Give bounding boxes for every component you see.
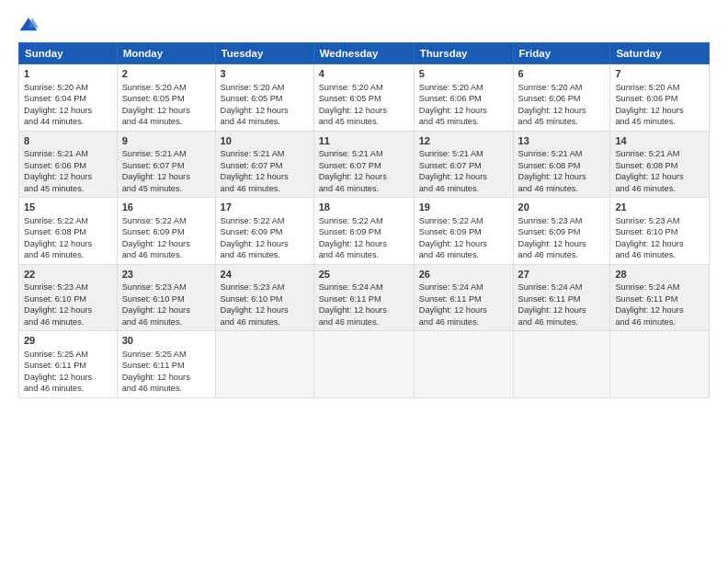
calendar-cell: 28Sunrise: 5:24 AMSunset: 6:11 PMDayligh… bbox=[610, 264, 710, 331]
sunset-label: Sunset: 6:05 PM bbox=[221, 94, 283, 103]
daylight-label: Daylight: 12 hours bbox=[615, 172, 683, 181]
daylight-minutes: and 46 minutes. bbox=[518, 184, 578, 193]
calendar-cell: 1Sunrise: 5:20 AMSunset: 6:04 PMDaylight… bbox=[19, 64, 118, 132]
logo-icon bbox=[18, 15, 39, 35]
sunrise-label: Sunrise: 5:23 AM bbox=[518, 216, 583, 225]
calendar-cell: 15Sunrise: 5:22 AMSunset: 6:08 PMDayligh… bbox=[19, 198, 118, 265]
sunrise-label: Sunrise: 5:24 AM bbox=[419, 282, 483, 292]
sunset-label: Sunset: 6:09 PM bbox=[319, 227, 381, 236]
calendar-cell: 21Sunrise: 5:23 AMSunset: 6:10 PMDayligh… bbox=[610, 198, 710, 265]
calendar-cell bbox=[513, 331, 610, 398]
day-number: 25 bbox=[319, 268, 409, 282]
day-number: 20 bbox=[518, 201, 606, 214]
daylight-label: Daylight: 12 hours bbox=[221, 305, 289, 315]
calendar-cell: 9Sunrise: 5:21 AMSunset: 6:07 PMDaylight… bbox=[117, 131, 215, 198]
daylight-minutes: and 44 minutes. bbox=[221, 117, 280, 126]
sunrise-label: Sunrise: 5:23 AM bbox=[24, 282, 88, 292]
sunrise-label: Sunrise: 5:22 AM bbox=[221, 216, 285, 225]
calendar-cell: 14Sunrise: 5:21 AMSunset: 6:08 PMDayligh… bbox=[610, 131, 710, 198]
sunset-label: Sunset: 6:07 PM bbox=[319, 161, 381, 170]
sunset-label: Sunset: 6:08 PM bbox=[24, 227, 86, 236]
sunset-label: Sunset: 6:07 PM bbox=[419, 161, 482, 170]
day-number: 30 bbox=[122, 334, 210, 348]
sunset-label: Sunset: 6:11 PM bbox=[24, 361, 86, 370]
sunset-label: Sunset: 6:04 PM bbox=[24, 94, 86, 103]
daylight-label: Daylight: 12 hours bbox=[122, 305, 190, 315]
calendar-cell bbox=[215, 331, 313, 398]
day-number: 19 bbox=[419, 201, 508, 214]
header-sunday: Sunday bbox=[19, 43, 118, 64]
calendar-cell: 3Sunrise: 5:20 AMSunset: 6:05 PMDaylight… bbox=[215, 64, 313, 132]
sunrise-label: Sunrise: 5:22 AM bbox=[419, 216, 483, 225]
sunset-label: Sunset: 6:10 PM bbox=[122, 294, 185, 304]
sunset-label: Sunset: 6:06 PM bbox=[615, 94, 677, 103]
sunrise-label: Sunrise: 5:20 AM bbox=[518, 83, 583, 92]
day-number: 16 bbox=[122, 201, 210, 214]
daylight-label: Daylight: 12 hours bbox=[122, 373, 190, 382]
sunrise-label: Sunrise: 5:25 AM bbox=[24, 350, 88, 359]
sunrise-label: Sunrise: 5:20 AM bbox=[24, 83, 88, 92]
day-number: 13 bbox=[518, 134, 606, 148]
sunset-label: Sunset: 6:06 PM bbox=[518, 94, 581, 103]
day-number: 7 bbox=[615, 67, 704, 81]
calendar-cell: 27Sunrise: 5:24 AMSunset: 6:11 PMDayligh… bbox=[513, 264, 610, 331]
calendar-week-row: 15Sunrise: 5:22 AMSunset: 6:08 PMDayligh… bbox=[19, 198, 710, 265]
daylight-label: Daylight: 12 hours bbox=[319, 305, 387, 315]
day-number: 3 bbox=[221, 67, 309, 81]
daylight-minutes: and 45 minutes. bbox=[24, 184, 84, 193]
daylight-label: Daylight: 12 hours bbox=[518, 172, 586, 181]
daylight-label: Daylight: 12 hours bbox=[319, 239, 387, 248]
daylight-label: Daylight: 12 hours bbox=[24, 172, 92, 181]
sunset-label: Sunset: 6:11 PM bbox=[419, 294, 482, 304]
daylight-minutes: and 45 minutes. bbox=[615, 117, 675, 126]
sunset-label: Sunset: 6:07 PM bbox=[122, 161, 185, 170]
calendar-cell: 29Sunrise: 5:25 AMSunset: 6:11 PMDayligh… bbox=[19, 331, 118, 398]
daylight-label: Daylight: 12 hours bbox=[419, 106, 487, 115]
calendar-cell bbox=[414, 331, 513, 398]
calendar-cell: 20Sunrise: 5:23 AMSunset: 6:09 PMDayligh… bbox=[513, 198, 610, 265]
daylight-minutes: and 44 minutes. bbox=[122, 117, 182, 126]
header-friday: Friday bbox=[513, 43, 610, 64]
calendar-cell: 22Sunrise: 5:23 AMSunset: 6:10 PMDayligh… bbox=[19, 264, 118, 331]
sunrise-label: Sunrise: 5:21 AM bbox=[319, 149, 383, 158]
daylight-label: Daylight: 12 hours bbox=[518, 106, 586, 115]
daylight-label: Daylight: 12 hours bbox=[221, 106, 289, 115]
sunrise-label: Sunrise: 5:21 AM bbox=[615, 149, 679, 158]
daylight-label: Daylight: 12 hours bbox=[319, 106, 387, 115]
daylight-label: Daylight: 12 hours bbox=[518, 239, 586, 248]
calendar-week-row: 29Sunrise: 5:25 AMSunset: 6:11 PMDayligh… bbox=[19, 331, 710, 398]
sunset-label: Sunset: 6:06 PM bbox=[24, 161, 86, 170]
day-number: 27 bbox=[518, 268, 606, 282]
sunrise-label: Sunrise: 5:24 AM bbox=[615, 282, 679, 292]
daylight-minutes: and 46 minutes. bbox=[122, 250, 182, 259]
calendar-cell: 23Sunrise: 5:23 AMSunset: 6:10 PMDayligh… bbox=[117, 264, 215, 331]
day-number: 23 bbox=[122, 268, 210, 282]
sunset-label: Sunset: 6:09 PM bbox=[518, 227, 581, 236]
daylight-minutes: and 46 minutes. bbox=[319, 184, 379, 193]
daylight-label: Daylight: 12 hours bbox=[122, 106, 190, 115]
day-number: 18 bbox=[319, 201, 409, 214]
sunset-label: Sunset: 6:08 PM bbox=[615, 161, 677, 170]
daylight-label: Daylight: 12 hours bbox=[319, 172, 387, 181]
daylight-label: Daylight: 12 hours bbox=[221, 239, 289, 248]
daylight-label: Daylight: 12 hours bbox=[24, 305, 92, 315]
day-number: 6 bbox=[518, 67, 606, 81]
calendar-cell: 11Sunrise: 5:21 AMSunset: 6:07 PMDayligh… bbox=[313, 131, 414, 198]
daylight-label: Daylight: 12 hours bbox=[615, 305, 683, 315]
daylight-minutes: and 45 minutes. bbox=[419, 117, 479, 126]
calendar-cell bbox=[313, 331, 414, 398]
sunrise-label: Sunrise: 5:21 AM bbox=[518, 149, 583, 158]
calendar-cell: 13Sunrise: 5:21 AMSunset: 6:08 PMDayligh… bbox=[513, 131, 610, 198]
calendar-cell: 19Sunrise: 5:22 AMSunset: 6:09 PMDayligh… bbox=[414, 198, 513, 265]
calendar-cell: 16Sunrise: 5:22 AMSunset: 6:09 PMDayligh… bbox=[117, 198, 215, 265]
daylight-minutes: and 46 minutes. bbox=[221, 184, 280, 193]
calendar-cell: 2Sunrise: 5:20 AMSunset: 6:05 PMDaylight… bbox=[117, 64, 215, 132]
daylight-minutes: and 45 minutes. bbox=[319, 117, 379, 126]
header bbox=[18, 15, 710, 35]
sunrise-label: Sunrise: 5:21 AM bbox=[122, 149, 187, 158]
daylight-minutes: and 46 minutes. bbox=[615, 184, 675, 193]
sunrise-label: Sunrise: 5:22 AM bbox=[24, 216, 88, 225]
calendar-week-row: 8Sunrise: 5:21 AMSunset: 6:06 PMDaylight… bbox=[19, 131, 710, 198]
calendar-cell: 10Sunrise: 5:21 AMSunset: 6:07 PMDayligh… bbox=[215, 131, 313, 198]
daylight-label: Daylight: 12 hours bbox=[419, 305, 487, 315]
